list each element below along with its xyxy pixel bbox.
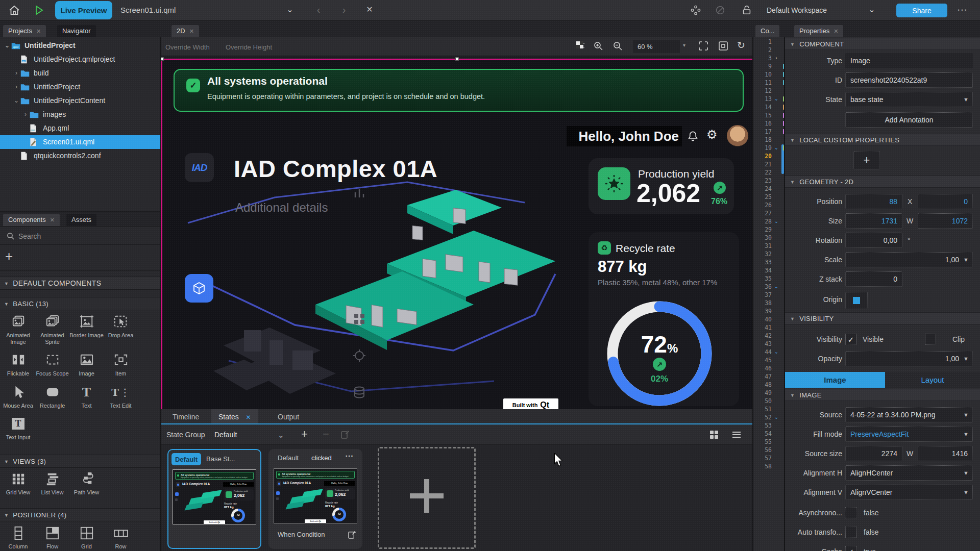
when-condition-label[interactable]: When Condition (278, 531, 325, 538)
component-drop-area[interactable]: Drop Area (104, 310, 138, 348)
tab-image[interactable]: Image (785, 372, 885, 388)
source-size-h-field[interactable]: 1416 (918, 446, 973, 461)
close-icon[interactable]: ✕ (363, 0, 376, 20)
line-number-43[interactable]: 43 (753, 340, 772, 348)
line-number-20[interactable]: 20 (753, 152, 772, 160)
tree-item-qtquickcontrols2-conf[interactable]: qtquickcontrols2.conf (0, 149, 160, 163)
bell-icon[interactable] (687, 130, 699, 142)
run-play-icon[interactable] (33, 4, 45, 16)
workspace-selector[interactable]: Default Workspace (767, 0, 827, 20)
asynchronous-checkbox[interactable] (845, 507, 856, 518)
chevron-down-icon[interactable]: ⌄ (284, 0, 296, 20)
tab-states[interactable]: States ✕ (211, 409, 258, 424)
alignment-v-select[interactable]: AlignVCenter▼ (845, 485, 973, 500)
rotation-field[interactable]: 0,00 (845, 233, 902, 248)
state-thumbnail[interactable]: All systems operationalEquipment is oper… (274, 468, 357, 523)
tree-expander-icon[interactable]: ⌄ (3, 39, 11, 53)
line-number-52[interactable]: 52 (753, 413, 772, 421)
auto-transform-checkbox[interactable] (845, 527, 856, 538)
line-number-40[interactable]: 40 (753, 315, 772, 323)
component-column[interactable]: Column (1, 521, 35, 551)
code-fold-icon[interactable]: ⌄ (773, 95, 780, 103)
line-number-12[interactable]: 12 (753, 87, 772, 95)
line-number-19[interactable]: 19 (753, 144, 772, 152)
fit-screen-icon[interactable] (698, 41, 708, 51)
component-rectangle[interactable]: Rectangle (35, 381, 69, 412)
share-button[interactable]: Share (896, 4, 947, 17)
tab-close-icon[interactable]: ✕ (834, 28, 838, 34)
form-editor-canvas[interactable]: ✓ All systems operational Equipment is o… (161, 56, 752, 409)
source-field[interactable]: 4-05-22 at 9.34.00 PM.png▼ (845, 407, 973, 422)
line-number-55[interactable]: 55 (753, 438, 772, 446)
reset-view-icon[interactable]: ↻ (737, 39, 745, 51)
app-nav-target-icon[interactable] (352, 348, 366, 363)
zoom-level-field[interactable]: 60 % (633, 40, 680, 53)
home-icon[interactable] (8, 4, 20, 16)
tab-output[interactable]: Output (278, 409, 299, 424)
zoom-out-icon[interactable] (612, 41, 623, 51)
search-input[interactable] (18, 230, 151, 243)
component-border-image[interactable]: Border Image (69, 310, 104, 348)
line-number-1[interactable]: 1 (753, 38, 772, 46)
tab-close-icon[interactable]: ✕ (36, 28, 41, 34)
cache-checkbox[interactable]: ✓ (845, 546, 856, 551)
line-number-22[interactable]: 22 (753, 168, 772, 177)
alignment-h-select[interactable]: AlignHCenter▼ (845, 465, 973, 481)
component-text-edit[interactable]: T⋮Text Edit (104, 381, 138, 412)
line-number-25[interactable]: 25 (753, 193, 772, 201)
line-number-14[interactable]: 14 (753, 103, 772, 111)
tree-expander-icon[interactable]: › (12, 66, 20, 80)
section-image[interactable]: ▼IMAGE (785, 389, 980, 401)
background-color-icon[interactable] (576, 41, 585, 50)
line-number-34[interactable]: 34 (753, 266, 772, 274)
workspace-chevron-icon[interactable]: ⌄ (866, 0, 878, 20)
selection-handle[interactable] (161, 57, 164, 61)
tab-close-icon[interactable]: ✕ (50, 217, 55, 223)
open-file-tab[interactable]: Screen01.ui.qml (120, 0, 176, 20)
line-number-18[interactable]: 18 (753, 136, 772, 144)
tab-projects[interactable]: Projects✕ (3, 25, 46, 37)
line-number-11[interactable]: 11 (753, 79, 772, 87)
line-number-16[interactable]: 16 (753, 119, 772, 128)
state-menu-icon[interactable]: ⋯ (345, 450, 354, 462)
line-number-32[interactable]: 32 (753, 250, 772, 258)
state-group-select[interactable]: Default (214, 424, 237, 445)
position-y-field[interactable]: 0 (918, 194, 973, 209)
lock-icon[interactable] (741, 4, 752, 16)
state-thumbnail[interactable]: All systems operationalEquipment is oper… (173, 469, 256, 524)
list-view-icon[interactable] (732, 430, 741, 439)
section-basic[interactable]: ▼BASIC (13) (0, 297, 161, 310)
tree-item-images[interactable]: ›images (0, 108, 160, 121)
opacity-field[interactable]: 1,00▼ (845, 351, 973, 366)
line-number-2[interactable]: 2 (753, 46, 772, 54)
add-module-icon[interactable]: + (5, 248, 13, 264)
section-positioner[interactable]: ▼POSITIONER (4) (0, 508, 161, 521)
tree-expander-icon[interactable]: › (12, 80, 20, 94)
edit-condition-icon[interactable] (348, 531, 356, 539)
tab-close-icon[interactable]: ✕ (246, 414, 251, 421)
clip-checkbox[interactable] (925, 334, 936, 345)
id-field[interactable]: screenshot20240522at9 (845, 72, 973, 88)
avatar[interactable] (727, 125, 748, 146)
section-views[interactable]: ▼VIEWS (3) (0, 455, 161, 468)
zoom-selection-icon[interactable] (718, 41, 728, 51)
component-list-view[interactable]: List View (35, 467, 69, 499)
line-number-10[interactable]: 10 (753, 70, 772, 79)
code-fold-icon[interactable]: ⌄ (773, 348, 780, 356)
annotations-icon[interactable] (690, 5, 701, 16)
line-number-33[interactable]: 33 (753, 258, 772, 266)
line-number-36[interactable]: 36 (753, 283, 772, 291)
component-item[interactable]: Item (104, 348, 138, 380)
tree-expander-icon[interactable]: › (21, 108, 30, 121)
code-fold-icon[interactable]: ⌄ (773, 413, 780, 421)
app-nav-nodes-icon[interactable] (352, 312, 366, 326)
tree-item-untitledprojectcontent[interactable]: ⌄UntitledProjectContent (0, 94, 160, 108)
tab-components[interactable]: Components✕ (3, 214, 60, 226)
line-number-15[interactable]: 15 (753, 111, 772, 119)
component-mouse-area[interactable]: Mouse Area (1, 381, 35, 412)
code-fold-icon[interactable]: ⌄ (773, 144, 780, 152)
state-clicked-label[interactable]: clicked (311, 452, 332, 464)
line-number-39[interactable]: 39 (753, 307, 772, 315)
override-height-input[interactable] (226, 41, 285, 53)
state-group-chevron-icon[interactable]: ⌄ (278, 425, 284, 445)
